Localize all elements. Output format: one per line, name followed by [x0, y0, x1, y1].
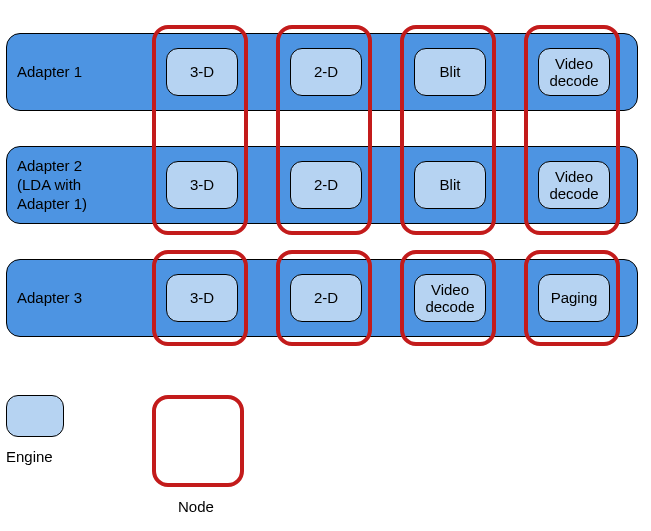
- legend-node-label: Node: [178, 498, 214, 515]
- diagram-canvas: Adapter 1 3-D 2-D Blit Videodecode Adapt…: [0, 0, 651, 531]
- legend-engine-label: Engine: [6, 448, 53, 465]
- adapter-2-label: Adapter 2(LDA withAdapter 1): [17, 157, 87, 213]
- node-box-col4-row3: [524, 250, 620, 346]
- node-box-col1-rows12: [152, 25, 248, 235]
- legend-node-swatch: [152, 395, 244, 487]
- legend-engine-swatch: [6, 395, 64, 437]
- node-box-col2-row3: [276, 250, 372, 346]
- node-box-col3-rows12: [400, 25, 496, 235]
- adapter-3-label: Adapter 3: [17, 289, 82, 308]
- adapter-1-label: Adapter 1: [17, 63, 82, 82]
- node-box-col4-rows12: [524, 25, 620, 235]
- node-box-col1-row3: [152, 250, 248, 346]
- node-box-col2-rows12: [276, 25, 372, 235]
- node-box-col3-row3: [400, 250, 496, 346]
